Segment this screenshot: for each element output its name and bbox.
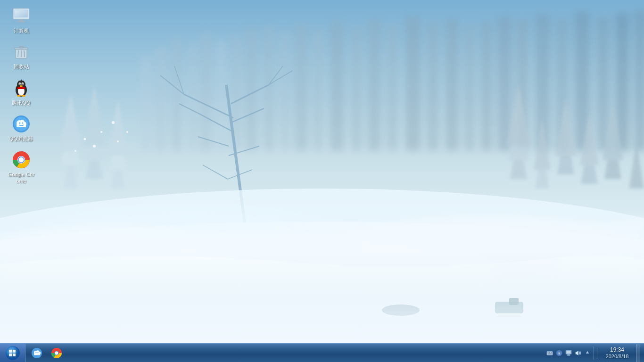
svg-rect-125 xyxy=(9,354,12,356)
clock-date: 2020/8/18 xyxy=(606,354,629,360)
svg-point-121 xyxy=(19,157,24,163)
keyboard-icon xyxy=(546,350,553,356)
taskbar-qqbrowser-icon xyxy=(31,347,42,359)
svg-rect-1 xyxy=(141,57,150,151)
svg-point-80 xyxy=(112,121,115,124)
tray-help-icon[interactable]: ? xyxy=(555,349,563,357)
svg-point-78 xyxy=(84,138,86,140)
qq-icon xyxy=(12,79,31,98)
svg-rect-9 xyxy=(264,26,274,151)
svg-rect-19 xyxy=(446,19,459,151)
desktop-icon-recycle[interactable]: 回收站 xyxy=(5,41,38,72)
svg-rect-27 xyxy=(596,16,610,151)
svg-rect-74 xyxy=(509,298,519,305)
svg-rect-16 xyxy=(387,24,398,151)
chrome-icon-label: Google Chrome xyxy=(7,171,36,185)
wallpaper xyxy=(0,0,644,343)
svg-rect-12 xyxy=(314,28,323,151)
svg-line-93 xyxy=(24,50,25,57)
svg-point-122 xyxy=(6,346,20,360)
svg-rect-13 xyxy=(330,21,344,151)
svg-rect-10 xyxy=(281,31,289,151)
clock-area[interactable]: 19:34 2020/8/18 xyxy=(601,346,634,360)
svg-rect-6 xyxy=(217,40,225,151)
svg-rect-11 xyxy=(295,24,308,151)
desktop-icon-qq[interactable]: 腾讯QQ xyxy=(5,77,38,108)
computer-icon-label: 计算机 xyxy=(14,27,29,34)
qqbrowser-icon-label: QQ浏览器 xyxy=(9,135,33,142)
svg-rect-123 xyxy=(9,350,12,353)
svg-rect-90 xyxy=(19,46,23,48)
svg-marker-149 xyxy=(586,351,589,353)
svg-point-132 xyxy=(36,352,37,353)
svg-rect-131 xyxy=(34,353,40,355)
svg-rect-137 xyxy=(547,351,553,355)
start-button[interactable] xyxy=(0,344,25,362)
svg-point-82 xyxy=(74,150,76,152)
svg-point-115 xyxy=(19,122,21,123)
clock-time: 19:34 xyxy=(610,346,624,354)
svg-marker-108 xyxy=(20,79,22,81)
desktop-icons: 计算机 回收站 xyxy=(5,5,38,187)
svg-rect-15 xyxy=(368,19,381,151)
taskbar: ? xyxy=(0,343,644,362)
taskbar-item-qqbrowser[interactable] xyxy=(27,345,46,362)
svg-rect-5 xyxy=(200,33,212,151)
desktop-icon-qqbrowser[interactable]: QQ浏览器 xyxy=(5,113,38,144)
svg-point-133 xyxy=(38,352,39,353)
tray-network-icon[interactable] xyxy=(565,349,572,357)
svg-marker-148 xyxy=(576,350,578,355)
svg-rect-20 xyxy=(464,24,475,151)
recycle-icon-label: 回收站 xyxy=(14,63,29,70)
svg-point-76 xyxy=(93,145,96,148)
svg-point-102 xyxy=(22,83,23,84)
desktop: 计算机 回收站 xyxy=(0,0,644,343)
desktop-icon-chrome[interactable]: Google Chrome xyxy=(5,148,38,187)
svg-rect-139 xyxy=(549,352,550,353)
svg-point-116 xyxy=(22,122,24,123)
network-icon xyxy=(565,350,572,356)
svg-rect-106 xyxy=(17,87,25,89)
qq-icon-label: 腾讯QQ xyxy=(12,99,30,106)
svg-rect-29 xyxy=(634,10,644,151)
svg-rect-141 xyxy=(548,353,552,354)
tray-separator xyxy=(597,347,597,359)
svg-point-104 xyxy=(17,95,21,97)
svg-rect-87 xyxy=(15,10,28,17)
svg-rect-140 xyxy=(551,352,552,353)
svg-point-105 xyxy=(22,95,25,97)
svg-rect-138 xyxy=(548,352,549,353)
tray-volume-icon[interactable] xyxy=(574,349,582,357)
taskbar-chrome-icon xyxy=(51,347,62,359)
tray-notification-arrow[interactable] xyxy=(584,349,591,357)
svg-point-136 xyxy=(55,351,58,354)
svg-rect-8 xyxy=(245,28,257,151)
show-desktop-button[interactable] xyxy=(636,344,640,362)
taskbar-item-chrome[interactable] xyxy=(47,345,66,362)
recycle-icon xyxy=(13,43,30,60)
svg-rect-18 xyxy=(427,21,439,151)
svg-rect-17 xyxy=(405,16,421,151)
svg-rect-126 xyxy=(13,354,16,356)
computer-icon xyxy=(12,8,30,25)
svg-rect-124 xyxy=(13,350,16,353)
system-tray: ? xyxy=(540,344,644,362)
svg-point-75 xyxy=(382,304,420,316)
svg-rect-21 xyxy=(481,21,492,151)
svg-point-79 xyxy=(117,140,119,142)
notification-arrow-icon xyxy=(585,350,590,356)
svg-rect-147 xyxy=(567,355,570,355)
desktop-icon-computer[interactable]: 计算机 xyxy=(5,5,38,36)
svg-rect-86 xyxy=(17,21,25,22)
svg-rect-14 xyxy=(351,26,362,151)
qqbrowser-icon xyxy=(12,115,31,133)
windows-logo-icon xyxy=(5,346,20,361)
svg-rect-3 xyxy=(172,38,182,151)
svg-point-103 xyxy=(20,85,23,87)
help-icon: ? xyxy=(556,350,562,356)
tray-icons: ? xyxy=(544,346,594,360)
tray-keyboard-icon[interactable] xyxy=(546,349,553,357)
volume-icon xyxy=(575,350,581,356)
svg-rect-22 xyxy=(497,16,512,151)
svg-text:?: ? xyxy=(558,351,561,355)
